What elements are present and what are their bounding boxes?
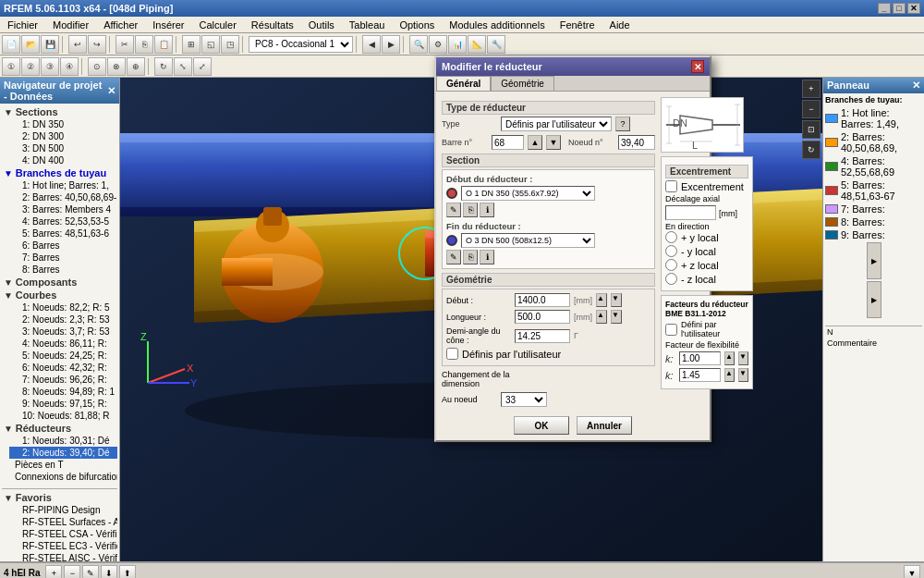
tb2-btn5[interactable]: ⊙	[88, 57, 106, 76]
k2-spin-down[interactable]: ▼	[738, 368, 748, 382]
pieces-t[interactable]: Pièces en T	[2, 459, 117, 471]
debut-spin-up[interactable]: ▲	[596, 293, 607, 307]
ok-button[interactable]: OK	[514, 416, 569, 435]
menu-item-fichier[interactable]: Fichier	[4, 18, 42, 31]
barre-down-icon[interactable]: ▼	[546, 135, 561, 150]
barre-input[interactable]	[492, 135, 524, 150]
view-btn1[interactable]: ⊞	[182, 35, 201, 54]
tb2-btn7[interactable]: ⊕	[127, 57, 145, 76]
delete-component-btn[interactable]: −	[64, 565, 80, 579]
tb2-btn6[interactable]: ⊗	[107, 57, 126, 76]
menu-item-tableau[interactable]: Tableau	[346, 18, 389, 31]
k1-spin-down[interactable]: ▼	[738, 351, 748, 365]
debut-spin-down[interactable]: ▼	[611, 293, 622, 307]
menu-item-modules-additionnels[interactable]: Modules additionnels	[445, 18, 548, 31]
favoris-item-3[interactable]: RF-STEEL EC3 - Vérific	[9, 540, 117, 552]
left-panel-close-icon[interactable]: ✕	[107, 85, 116, 97]
courbe-5[interactable]: 5: Noeuds: 24,25; R:	[9, 350, 117, 362]
tab-general[interactable]: Général	[436, 76, 491, 91]
branch-5[interactable]: 5: Barres: 48,51,63-6	[9, 228, 117, 240]
menu-item-outils[interactable]: Outils	[305, 18, 338, 31]
favoris-header[interactable]: ▼ Favoris	[2, 491, 117, 504]
tb-btn-d[interactable]: 📐	[468, 35, 486, 54]
courbe-10[interactable]: 10: Noeuds: 81,88; R	[9, 410, 117, 422]
menu-item-fenêtre[interactable]: Fenêtre	[556, 18, 599, 31]
courbe-8[interactable]: 8: Noeuds: 94,89; R: 1	[9, 386, 117, 398]
view-btn2[interactable]: ◱	[201, 35, 220, 54]
type-select[interactable]: Définis par l'utilisateur	[501, 117, 612, 131]
debut-geo-input[interactable]	[515, 293, 570, 307]
longueur-spin-down[interactable]: ▼	[611, 310, 622, 324]
menu-item-options[interactable]: Options	[395, 18, 438, 31]
export-btn[interactable]: ⬆	[119, 565, 136, 579]
branches-header[interactable]: ▼ Branches de tuyau	[2, 166, 117, 179]
modal-close-btn[interactable]: ✕	[691, 60, 704, 73]
fit-btn[interactable]: ⊡	[802, 120, 821, 139]
section-2[interactable]: 2: DN 300	[9, 130, 117, 142]
menu-item-résultats[interactable]: Résultats	[248, 18, 298, 31]
tb2-move[interactable]: ⤢	[193, 57, 212, 76]
excentrement-checkbox[interactable]	[665, 180, 677, 192]
zoom-out-btn[interactable]: −	[802, 100, 821, 118]
y-local-neg-radio[interactable]	[665, 245, 677, 257]
courbes-header[interactable]: ▼ Courbes	[2, 289, 117, 301]
cut-btn[interactable]: ✂	[116, 35, 134, 54]
close-btn[interactable]: ✕	[907, 3, 920, 14]
tb2-btn1[interactable]: ①	[2, 57, 20, 76]
type-info-icon[interactable]: ?	[615, 117, 630, 131]
tb2-btn4[interactable]: ④	[60, 57, 79, 76]
tb2-btn2[interactable]: ②	[21, 57, 40, 76]
courbe-9[interactable]: 9: Noeuds: 97,15; R:	[9, 398, 117, 410]
section-3[interactable]: 3: DN 500	[9, 142, 117, 154]
branch-7[interactable]: 7: Barres	[9, 252, 117, 264]
tb-btn-b[interactable]: ⚙	[429, 35, 447, 54]
menu-item-aide[interactable]: Aide	[606, 18, 634, 31]
barre-up-icon[interactable]: ▲	[528, 135, 542, 150]
title-bar-controls[interactable]: _ □ ✕	[878, 3, 920, 14]
copy-btn[interactable]: ⎘	[135, 35, 153, 54]
debut-edit-icon[interactable]: ✎	[446, 203, 461, 217]
composants-header[interactable]: ▼ Composants	[2, 276, 117, 289]
angle-input[interactable]	[515, 329, 570, 343]
favoris-item-0[interactable]: RF-PIPING Design	[9, 504, 117, 516]
nav-next-btn[interactable]: ▶	[382, 35, 400, 54]
decalage-axial-input[interactable]	[665, 205, 716, 220]
reducteur-2[interactable]: 2: Noeuds: 39,40; Dé	[9, 447, 117, 459]
favoris-item-4[interactable]: RF-STEEL AISC - Vérific	[9, 552, 117, 561]
longueur-spin-up[interactable]: ▲	[596, 310, 607, 324]
branch-8[interactable]: 8: Barres	[9, 264, 117, 276]
redo-btn[interactable]: ↪	[88, 35, 106, 54]
minimize-btn[interactable]: _	[878, 3, 891, 14]
import-btn[interactable]: ⬇	[101, 565, 117, 579]
favoris-item-2[interactable]: RF-STEEL CSA - Vérific	[9, 528, 117, 540]
courbe-4[interactable]: 4: Noeuds: 86,11; R:	[9, 338, 117, 350]
menu-item-insérer[interactable]: Insérer	[149, 18, 188, 31]
y-local-pos-radio[interactable]	[665, 231, 677, 243]
z-local-neg-radio[interactable]	[665, 273, 677, 285]
debut-info-icon[interactable]: ℹ	[480, 203, 494, 217]
fin-copy-icon[interactable]: ⎘	[463, 250, 478, 264]
k2-input[interactable]	[679, 368, 721, 382]
menu-item-calculer[interactable]: Calculer	[195, 18, 239, 31]
sections-header[interactable]: ▼ Sections	[2, 105, 117, 118]
courbe-1[interactable]: 1: Noeuds: 82,2; R: 5	[9, 301, 117, 314]
save-btn[interactable]: 💾	[41, 35, 59, 54]
branch-4[interactable]: 4: Barres: 52,53,53-5	[9, 215, 117, 228]
branch-1[interactable]: 1: Hot line; Barres: 1,	[9, 179, 117, 191]
tb-btn-e[interactable]: 🔧	[487, 35, 505, 54]
courbe-2[interactable]: 2: Noeuds: 2,3; R: 53	[9, 314, 117, 326]
branch-2[interactable]: 2: Barres: 40,50,68,69-	[9, 191, 117, 203]
paste-btn[interactable]: 📋	[154, 35, 173, 54]
favoris-item-1[interactable]: RF-STEEL Surfaces - An	[9, 516, 117, 528]
branch-3[interactable]: 3: Barres: Members 4	[9, 203, 117, 215]
tb2-scale[interactable]: ⤡	[174, 57, 192, 76]
fin-info-icon[interactable]: ℹ	[480, 250, 494, 264]
tb2-rotate[interactable]: ↻	[154, 57, 173, 76]
z-local-pos-radio[interactable]	[665, 259, 677, 271]
right-panel-toggle-btn2[interactable]: ▶	[867, 281, 881, 318]
branch-6[interactable]: 6: Barres	[9, 240, 117, 252]
fin-section-select[interactable]: O 3 DN 500 (508x12.5)	[461, 233, 595, 248]
tb2-btn3[interactable]: ③	[41, 57, 59, 76]
zoom-in-btn[interactable]: +	[802, 80, 821, 98]
courbe-3[interactable]: 3: Noeuds: 3,7; R: 53	[9, 326, 117, 338]
